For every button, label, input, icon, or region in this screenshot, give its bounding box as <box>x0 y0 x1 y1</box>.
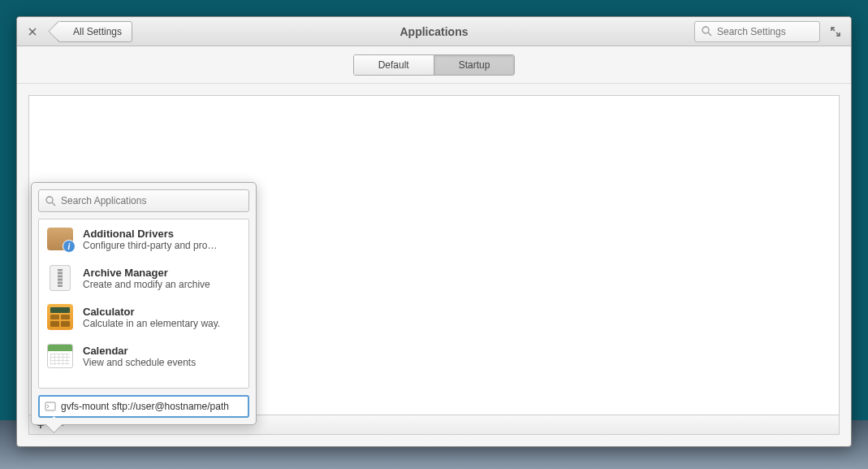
app-name: Archive Manager <box>83 267 240 279</box>
app-list[interactable]: Additional Drivers Configure third-party… <box>38 219 249 389</box>
tab-default[interactable]: Default <box>354 55 434 75</box>
back-button[interactable]: All Settings <box>58 21 132 42</box>
app-desc: Create and modify an archive <box>83 279 240 290</box>
archive-icon <box>47 265 73 291</box>
svg-rect-4 <box>45 402 55 410</box>
back-label: All Settings <box>73 26 122 37</box>
maximize-icon[interactable] <box>827 23 844 41</box>
search-icon <box>702 26 712 37</box>
mode-switcher: Default Startup <box>353 54 516 76</box>
custom-command-input[interactable] <box>61 401 243 412</box>
app-desc: Calculate in an elementary way. <box>83 318 240 329</box>
drivers-icon <box>47 226 73 252</box>
tab-startup[interactable]: Startup <box>434 55 515 75</box>
custom-command-field[interactable] <box>38 395 249 418</box>
svg-point-2 <box>46 197 53 203</box>
calculator-icon <box>47 304 73 330</box>
svg-line-1 <box>708 33 711 36</box>
search-icon <box>45 196 56 206</box>
app-desc: Configure third-party and pro… <box>83 240 240 251</box>
calendar-icon <box>47 343 73 369</box>
app-search-input[interactable] <box>61 195 242 206</box>
app-desc: View and schedule events <box>83 357 240 368</box>
search-settings-input[interactable] <box>717 26 813 37</box>
terminal-icon <box>45 401 56 412</box>
app-name: Additional Drivers <box>83 228 240 240</box>
window-title: Applications <box>399 25 468 38</box>
app-name: Calculator <box>83 306 240 318</box>
titlebar: All Settings Applications <box>17 17 851 46</box>
app-chooser-popover: Additional Drivers Configure third-party… <box>31 182 257 425</box>
app-item-calendar[interactable]: Calendar View and schedule events <box>39 337 248 376</box>
app-name: Calendar <box>83 345 240 357</box>
app-item-archive-manager[interactable]: Archive Manager Create and modify an arc… <box>39 258 248 297</box>
svg-line-3 <box>52 202 55 206</box>
app-search-field[interactable] <box>38 189 249 212</box>
app-item-additional-drivers[interactable]: Additional Drivers Configure third-party… <box>39 219 248 258</box>
svg-point-0 <box>702 27 709 33</box>
settings-window: All Settings Applications Default Startu… <box>16 16 852 447</box>
app-item-calculator[interactable]: Calculator Calculate in an elementary wa… <box>39 297 248 337</box>
close-icon[interactable] <box>24 23 41 41</box>
search-settings-field[interactable] <box>694 21 820 42</box>
toolbar: Default Startup <box>17 46 851 84</box>
